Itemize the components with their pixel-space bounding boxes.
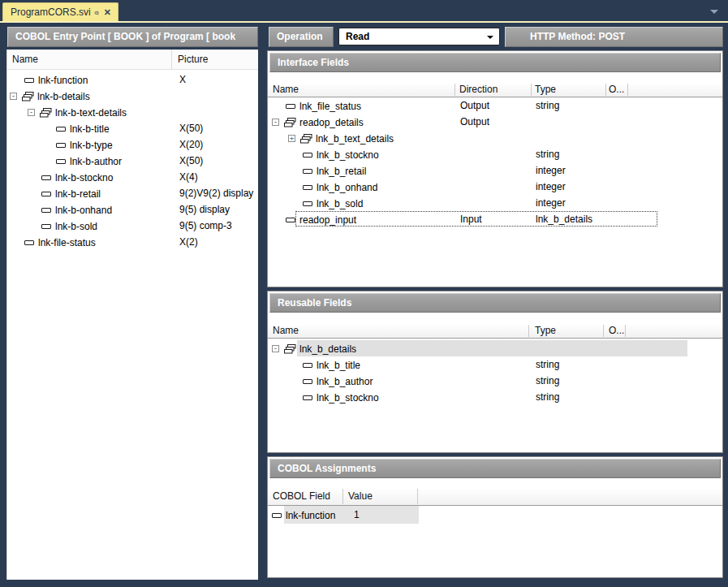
type-cell: string (536, 146, 559, 162)
type-cell: string (536, 373, 559, 389)
row-lnk-b-text-details[interactable]: -lnk-b-text-details (7, 104, 258, 120)
row-label: lnk_b_author (317, 376, 373, 387)
picture-cell: X(4) (179, 169, 198, 185)
focus-outline (295, 211, 657, 227)
row-lnk_b_stockno[interactable]: lnk_b_stocknostring (268, 389, 722, 405)
group-icon (22, 92, 34, 101)
direction-cell: Output (460, 114, 489, 130)
expander-minus-icon[interactable]: - (10, 93, 17, 100)
picture-cell: X(20) (179, 136, 203, 153)
type-cell: string (536, 356, 559, 373)
service-interface-panel: Operation Read HTTP Method: POST Interfa… (267, 27, 723, 579)
entry-point-header: COBOL Entry Point [ BOOK ] of Program [ … (7, 27, 258, 47)
row-label: lnk-function (286, 510, 335, 521)
field-icon (303, 379, 312, 384)
row-lnk_b_author[interactable]: lnk_b_authorstring (268, 373, 722, 389)
row-lnk-b-author[interactable]: lnk-b-authorX(50) (7, 153, 258, 169)
field-icon (303, 153, 312, 158)
row-lnk-b-retail[interactable]: lnk-b-retail9(2)V9(2) display (7, 185, 258, 201)
row-lnk-b-stockno[interactable]: lnk-b-stocknoX(4) (7, 169, 258, 185)
column-header-value[interactable]: Value (348, 488, 373, 505)
interface-fields-section: Interface Fields Name Direction Type O..… (267, 50, 723, 287)
column-header-overflow[interactable]: O... (609, 83, 624, 97)
row-label: lnk_b_title (317, 360, 360, 371)
row-label: lnk-b-onhand (55, 205, 112, 216)
row-lnk_b_details[interactable]: -lnk_b_details (268, 340, 722, 356)
interface-fields-header: Interface Fields (269, 53, 721, 72)
row-label: lnk_b_stockno (317, 392, 379, 404)
group-icon (40, 108, 52, 118)
picture-cell: 9(5) display (179, 201, 230, 218)
field-icon (41, 208, 51, 213)
row-lnk-b-onhand[interactable]: lnk-b-onhand9(5) display (7, 201, 258, 218)
row-lnk-function[interactable]: lnk-function1 (268, 506, 722, 524)
row-lnk-b-title[interactable]: lnk-b-titleX(50) (7, 120, 258, 136)
row-lnk-b-sold[interactable]: lnk-b-sold9(5) comp-3 (7, 218, 258, 234)
picture-cell: X(50) (179, 153, 203, 169)
row-label: lnk-b-retail (55, 188, 101, 200)
row-label: lnk-b-type (70, 140, 113, 151)
pin-icon[interactable] (94, 8, 99, 18)
column-header-name[interactable]: Name (273, 324, 299, 338)
field-icon (24, 240, 34, 245)
cobol-assignments-header: COBOL Assignments (269, 459, 721, 478)
expander-plus-icon[interactable]: + (288, 135, 295, 142)
column-header-direction[interactable]: Direction (459, 83, 498, 97)
row-readop_input[interactable]: readop_inputInputlnk_b_details (268, 211, 722, 227)
field-icon (24, 78, 34, 83)
field-icon (41, 224, 51, 229)
field-icon (56, 143, 66, 148)
tab-accent-line (0, 21, 728, 23)
field-icon (303, 201, 312, 206)
operation-select[interactable]: Read (338, 28, 500, 45)
column-header-type[interactable]: Type (535, 324, 556, 338)
row-lnk-file-status[interactable]: lnk-file-statusX(2) (7, 234, 258, 250)
close-icon[interactable]: ✕ (104, 7, 111, 17)
document-tab-strip: ProgramCORS.svi ✕ (0, 0, 728, 21)
field-icon (56, 159, 66, 164)
cobol-assignments-section: COBOL Assignments COBOL Field Value lnk-… (267, 456, 723, 578)
http-method-label: HTTP Method: POST (505, 27, 723, 47)
operation-select-value: Read (346, 31, 369, 42)
row-label: lnk-b-title (70, 123, 110, 135)
row-lnk_b_retail[interactable]: lnk_b_retailinteger (268, 162, 722, 179)
row-readop_details[interactable]: -readop_detailsOutput (268, 114, 722, 130)
picture-cell: X(2) (179, 234, 198, 250)
row-lnk_b_sold[interactable]: lnk_b_soldinteger (268, 195, 722, 211)
column-header-type[interactable]: Type (535, 83, 556, 97)
picture-cell: X (179, 71, 186, 88)
column-header-picture[interactable]: Picture (178, 50, 208, 69)
entry-point-column-header: Name Picture (7, 50, 258, 70)
row-lnk_b_text_details[interactable]: +lnk_b_text_details (268, 130, 722, 146)
column-header-cobol-field[interactable]: COBOL Field (273, 488, 330, 505)
expander-minus-icon[interactable]: - (28, 109, 35, 116)
interface-fields-column-header: Name Direction Type O... (268, 83, 722, 97)
row-lnk_b_stockno[interactable]: lnk_b_stocknostring (268, 146, 722, 162)
row-label: lnk-b-text-details (55, 107, 127, 119)
row-lnk_file_status[interactable]: lnk_file_statusOutputstring (268, 97, 722, 114)
row-lnk_b_onhand[interactable]: lnk_b_onhandinteger (268, 179, 722, 195)
row-lnk_b_title[interactable]: lnk_b_titlestring (268, 356, 722, 373)
direction-cell: Output (460, 97, 489, 114)
column-header-overflow[interactable]: O... (609, 324, 624, 338)
row-lnk-function[interactable]: lnk-functionX (7, 71, 258, 88)
column-header-name[interactable]: Name (273, 83, 299, 97)
tab-list-chevron-icon[interactable] (710, 10, 718, 14)
row-lnk-b-type[interactable]: lnk-b-typeX(20) (7, 136, 258, 153)
field-icon (41, 175, 51, 180)
row-lnk-b-details[interactable]: -lnk-b-details (7, 88, 258, 104)
row-label: lnk-b-stockno (55, 172, 113, 183)
row-label: lnk_b_sold (317, 198, 363, 209)
field-icon (303, 395, 312, 400)
operation-label: Operation (269, 27, 334, 47)
expander-minus-icon[interactable]: - (272, 119, 279, 126)
row-label: lnk_b_stockno (317, 149, 379, 161)
field-icon (272, 513, 282, 518)
column-header-name[interactable]: Name (12, 50, 38, 69)
reusable-fields-section: Reusable Fields Name Type O... -lnk_b_de… (267, 291, 723, 453)
document-tab[interactable]: ProgramCORS.svi ✕ (2, 2, 118, 21)
row-label: lnk-b-author (70, 156, 122, 167)
expander-minus-icon[interactable]: - (272, 345, 279, 352)
row-label: lnk_b_text_details (316, 133, 394, 145)
field-icon (56, 127, 66, 132)
